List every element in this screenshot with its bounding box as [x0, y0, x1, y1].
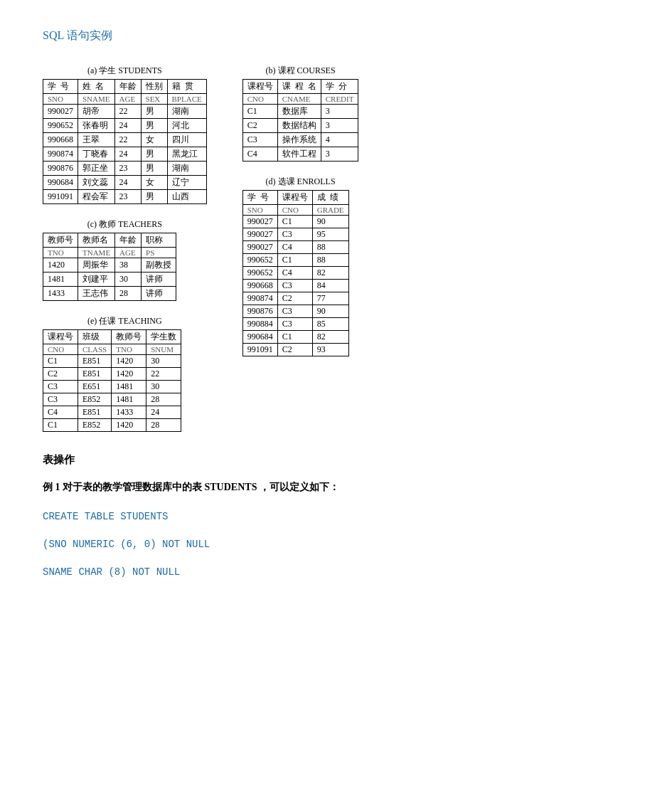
- table-row: 991091程会军23男山西: [43, 190, 207, 204]
- example-title: 例 1 对于表的教学管理数据库中的表 STUDENTS ，可以定义如下：: [43, 481, 629, 494]
- enrolls-table-container: (d) 选课 ENROLLS 学 号 课程号 成 绩 SNO CNO GRADE…: [242, 176, 359, 356]
- tables-wrapper: (a) 学生 STUDENTS 学 号 姓 名 年龄 性别 籍 贯 SNO SN…: [43, 65, 629, 432]
- table-row: 1433王志伟28讲师: [43, 287, 176, 301]
- table-row: 学 号 课程号 成 绩: [242, 191, 348, 205]
- teaching-table-container: (e) 任课 TEACHING 课程号 班级 教师号 学生数 CNO CLASS…: [43, 315, 207, 432]
- subheader-cell: AGE: [114, 94, 141, 105]
- teachers-caption: (c) 教师 TEACHERS: [43, 218, 207, 231]
- table-row: 990876C390: [242, 305, 348, 318]
- header-cell: 性别: [141, 80, 167, 94]
- table-row: 990652张春明24男河北: [43, 119, 207, 133]
- table-row: 990668C384: [242, 280, 348, 292]
- teaching-table: 课程号 班级 教师号 学生数 CNO CLASS TNO SNUM C1E851…: [43, 329, 181, 432]
- table-row: C2数据结构3: [242, 119, 358, 133]
- students-caption: (a) 学生 STUDENTS: [43, 65, 207, 77]
- table-row: 990027C395: [242, 228, 348, 241]
- table-row: 学 号 姓 名 年龄 性别 籍 贯: [43, 80, 207, 94]
- header-cell: 籍 贯: [167, 80, 206, 94]
- tables-right: (b) 课程 COURSES 课程号 课 程 名 学 分 CNO CNAME C…: [242, 65, 359, 356]
- table-row: 990684刘文蕊24女辽宁: [43, 176, 207, 190]
- courses-caption: (b) 课程 COURSES: [242, 65, 359, 77]
- subheader-cell: BPLACE: [167, 94, 206, 105]
- header-cell: 学 号: [43, 80, 78, 94]
- table-row: C2E851142022: [43, 368, 181, 381]
- table-row: 990652C188: [242, 254, 348, 267]
- table-row: 1481刘建平30讲师: [43, 272, 176, 287]
- table-row: C1E851142030: [43, 355, 181, 368]
- enrolls-caption: (d) 选课 ENROLLS: [242, 176, 359, 188]
- table-row: SNO CNO GRADE: [242, 205, 348, 216]
- courses-table: 课程号 课 程 名 学 分 CNO CNAME CREDIT C1数据库3 C2…: [242, 79, 359, 162]
- table-row: 课程号 班级 教师号 学生数: [43, 330, 181, 344]
- table-row: C4软件工程3: [242, 147, 358, 162]
- table-row: CNO CLASS TNO SNUM: [43, 344, 181, 355]
- table-row: C3操作系统4: [242, 133, 358, 147]
- table-row: 990027胡帝22男湖南: [43, 105, 207, 119]
- sql-line-3: SNAME CHAR (8) NOT NULL: [43, 563, 629, 581]
- subheader-cell: SNAME: [78, 94, 115, 105]
- table-row: 教师号 教师名 年龄 职称: [43, 233, 176, 248]
- header-cell: 姓 名: [78, 80, 115, 94]
- table-row: 990884C385: [242, 318, 348, 331]
- table-row: 1420周振华38副教授: [43, 258, 176, 272]
- table-operations-section: 表操作 例 1 对于表的教学管理数据库中的表 STUDENTS ，可以定义如下：…: [43, 453, 629, 582]
- table-row: TNO TNAME AGE PS: [43, 248, 176, 258]
- table-row: C1数据库3: [242, 105, 358, 119]
- enrolls-table: 学 号 课程号 成 绩 SNO CNO GRADE 990027C190 990…: [242, 190, 349, 356]
- table-row: 990684C182: [242, 331, 348, 344]
- page-title: SQL 语句实例: [43, 28, 629, 43]
- students-table: 学 号 姓 名 年龄 性别 籍 贯 SNO SNAME AGE SEX BPLA…: [43, 79, 207, 204]
- table-row: 课程号 课 程 名 学 分: [242, 80, 358, 94]
- sql-line-2: (SNO NUMERIC (6, 0) NOT NULL: [43, 536, 629, 554]
- table-row: 990876郭正坐23男湖南: [43, 162, 207, 176]
- table-row: CNO CNAME CREDIT: [242, 94, 358, 105]
- teachers-table-container: (c) 教师 TEACHERS 教师号 教师名 年龄 职称 TNO TNAME …: [43, 218, 207, 301]
- table-row: 990668王翠22女四川: [43, 133, 207, 147]
- subheader-cell: SEX: [141, 94, 167, 105]
- table-row: 990027C488: [242, 241, 348, 254]
- table-row: C4E851143324: [43, 406, 181, 419]
- sql-line-1: CREATE TABLE STUDENTS: [43, 508, 629, 526]
- header-cell: 年龄: [114, 80, 141, 94]
- table-row: C3E651148130: [43, 381, 181, 393]
- table-row: C1E852142028: [43, 419, 181, 432]
- table-row: 990652C482: [242, 267, 348, 280]
- tables-left: (a) 学生 STUDENTS 学 号 姓 名 年龄 性别 籍 贯 SNO SN…: [43, 65, 207, 432]
- table-row: C3E852148128: [43, 393, 181, 406]
- students-table-container: (a) 学生 STUDENTS 学 号 姓 名 年龄 性别 籍 贯 SNO SN…: [43, 65, 207, 204]
- sql-block: CREATE TABLE STUDENTS (SNO NUMERIC (6, 0…: [43, 508, 629, 582]
- table-row: 991091C293: [242, 344, 348, 356]
- subheader-cell: SNO: [43, 94, 78, 105]
- table-row: SNO SNAME AGE SEX BPLACE: [43, 94, 207, 105]
- teachers-table: 教师号 教师名 年龄 职称 TNO TNAME AGE PS 1420周振华38…: [43, 233, 176, 301]
- table-row: 990874丁晓春24男黑龙江: [43, 147, 207, 162]
- section-title: 表操作: [43, 453, 629, 467]
- teaching-caption: (e) 任课 TEACHING: [43, 315, 207, 327]
- courses-table-container: (b) 课程 COURSES 课程号 课 程 名 学 分 CNO CNAME C…: [242, 65, 359, 162]
- table-row: 990874C277: [242, 292, 348, 305]
- table-row: 990027C190: [242, 216, 348, 228]
